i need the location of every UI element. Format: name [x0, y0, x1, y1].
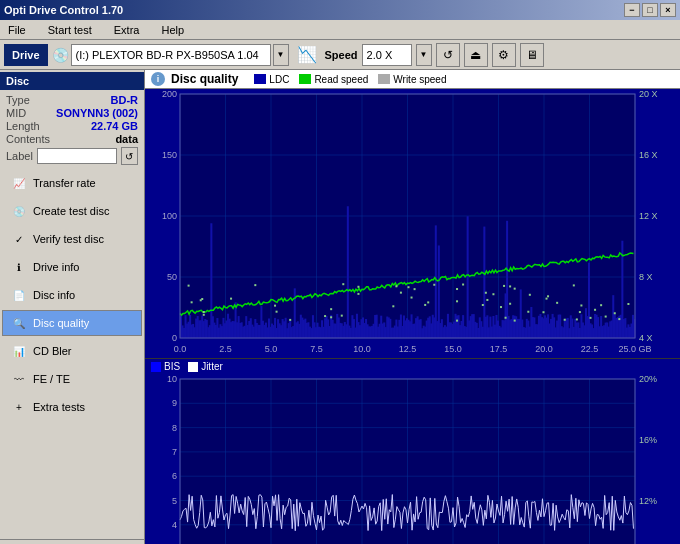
disc-label-label: Label	[6, 150, 33, 162]
disc-label-input[interactable]	[37, 148, 117, 164]
disc-length-row: Length 22.74 GB	[6, 120, 138, 132]
title-bar: Opti Drive Control 1.70 − □ ×	[0, 0, 680, 20]
chart2-container	[145, 374, 680, 544]
content-area: i Disc quality LDC Read speed Write spee…	[145, 70, 680, 544]
chart-icon: 📉	[297, 45, 317, 64]
bis-jitter-chart	[145, 374, 680, 544]
nav-fe-te[interactable]: 〰 FE / TE	[2, 366, 142, 392]
disc-mid-label: MID	[6, 107, 26, 119]
legend-write-speed-color	[378, 74, 390, 84]
drive-combo-arrow[interactable]: ▼	[273, 44, 289, 66]
verify-test-disc-icon: ✓	[11, 231, 27, 247]
disc-type-label: Type	[6, 94, 30, 106]
disc-length-value: 22.74 GB	[91, 120, 138, 132]
drive-info-icon: ℹ	[11, 259, 27, 275]
legend-bis-label: BIS	[164, 361, 180, 372]
menu-file[interactable]: File	[2, 22, 32, 38]
title-bar-text: Opti Drive Control 1.70	[4, 4, 123, 16]
nav-drive-info-label: Drive info	[33, 261, 79, 273]
legend-ldc-color	[254, 74, 266, 84]
legend-read-speed-label: Read speed	[314, 74, 368, 85]
nav-verify-test-disc[interactable]: ✓ Verify test disc	[2, 226, 142, 252]
nav-drive-info[interactable]: ℹ Drive info	[2, 254, 142, 280]
speed-combo-arrow[interactable]: ▼	[416, 44, 432, 66]
title-bar-buttons: − □ ×	[624, 3, 676, 17]
chart-legend: LDC Read speed Write speed	[254, 74, 446, 85]
chart1-container	[145, 89, 680, 359]
close-button[interactable]: ×	[660, 3, 676, 17]
drive-combo-box[interactable]: (I:) PLEXTOR BD-R PX-B950SA 1.04	[71, 44, 271, 66]
legend-write-speed-label: Write speed	[393, 74, 446, 85]
drive-selector: 💿 (I:) PLEXTOR BD-R PX-B950SA 1.04 ▼	[52, 44, 289, 66]
cd-bler-icon: 📊	[11, 343, 27, 359]
disc-type-value: BD-R	[111, 94, 139, 106]
drive-combo-text: (I:) PLEXTOR BD-R PX-B950SA 1.04	[76, 49, 259, 61]
disc-mid-row: MID SONYNN3 (002)	[6, 107, 138, 119]
legend-ldc: LDC	[254, 74, 289, 85]
legend-write-speed: Write speed	[378, 74, 446, 85]
disc-type-row: Type BD-R	[6, 94, 138, 106]
disc-section-header: Disc	[0, 72, 144, 90]
legend-bis: BIS	[151, 361, 180, 372]
toolbar: Drive 💿 (I:) PLEXTOR BD-R PX-B950SA 1.04…	[0, 40, 680, 70]
nav-disc-quality-label: Disc quality	[33, 317, 89, 329]
speed-label: Speed	[325, 49, 358, 61]
refresh-button[interactable]: ↺	[436, 43, 460, 67]
content-title: Disc quality	[171, 72, 238, 86]
nav-disc-quality[interactable]: 🔍 Disc quality	[2, 310, 142, 336]
charts-area: BIS Jitter	[145, 89, 680, 544]
sidebar: Disc Type BD-R MID SONYNN3 (002) Length …	[0, 70, 145, 544]
disc-info-icon: 📄	[11, 287, 27, 303]
speed-combo-text: 2.0 X	[367, 49, 393, 61]
legend-jitter: Jitter	[188, 361, 223, 372]
monitor-button[interactable]: 🖥	[520, 43, 544, 67]
speed-combo-box[interactable]: 2.0 X	[362, 44, 412, 66]
legend-read-speed: Read speed	[299, 74, 368, 85]
nav-fe-te-label: FE / TE	[33, 373, 70, 385]
maximize-button[interactable]: □	[642, 3, 658, 17]
disc-contents-value: data	[115, 133, 138, 145]
legend-read-speed-color	[299, 74, 311, 84]
disc-info-section: Type BD-R MID SONYNN3 (002) Length 22.74…	[0, 90, 144, 169]
disc-quality-icon: 🔍	[11, 315, 27, 331]
nav-transfer-rate-label: Transfer rate	[33, 177, 96, 189]
menu-help[interactable]: Help	[155, 22, 190, 38]
drive-icon: 💿	[52, 47, 69, 63]
chart2-header: BIS Jitter	[145, 359, 680, 374]
fe-te-icon: 〰	[11, 371, 27, 387]
settings-button[interactable]: ⚙	[492, 43, 516, 67]
status-window-button[interactable]: Status window >>	[0, 539, 144, 544]
transfer-rate-icon: 📈	[11, 175, 27, 191]
main-layout: Disc Type BD-R MID SONYNN3 (002) Length …	[0, 70, 680, 544]
nav-verify-test-disc-label: Verify test disc	[33, 233, 104, 245]
menu-bar: File Start test Extra Help	[0, 20, 680, 40]
legend-bis-color	[151, 362, 161, 372]
minimize-button[interactable]: −	[624, 3, 640, 17]
menu-start-test[interactable]: Start test	[42, 22, 98, 38]
menu-extra[interactable]: Extra	[108, 22, 146, 38]
toolbar-drive-label: Drive	[4, 44, 48, 66]
label-refresh-button[interactable]: ↺	[121, 147, 138, 165]
disc-length-label: Length	[6, 120, 40, 132]
nav-cd-bler[interactable]: 📊 CD Bler	[2, 338, 142, 364]
disc-label-row: Label ↺	[6, 147, 138, 165]
eject-button[interactable]: ⏏	[464, 43, 488, 67]
legend-jitter-label: Jitter	[201, 361, 223, 372]
nav-create-test-disc-label: Create test disc	[33, 205, 109, 217]
content-header-icon: i	[151, 72, 165, 86]
disc-contents-label: Contents	[6, 133, 50, 145]
ldc-chart	[145, 89, 680, 358]
disc-contents-row: Contents data	[6, 133, 138, 145]
extra-tests-icon: +	[11, 399, 27, 415]
nav-disc-info-label: Disc info	[33, 289, 75, 301]
nav-disc-info[interactable]: 📄 Disc info	[2, 282, 142, 308]
disc-mid-value: SONYNN3 (002)	[56, 107, 138, 119]
nav-create-test-disc[interactable]: 💿 Create test disc	[2, 198, 142, 224]
nav-cd-bler-label: CD Bler	[33, 345, 72, 357]
legend-jitter-color	[188, 362, 198, 372]
content-header: i Disc quality LDC Read speed Write spee…	[145, 70, 680, 89]
create-test-disc-icon: 💿	[11, 203, 27, 219]
legend-ldc-label: LDC	[269, 74, 289, 85]
nav-transfer-rate[interactable]: 📈 Transfer rate	[2, 170, 142, 196]
nav-extra-tests[interactable]: + Extra tests	[2, 394, 142, 420]
